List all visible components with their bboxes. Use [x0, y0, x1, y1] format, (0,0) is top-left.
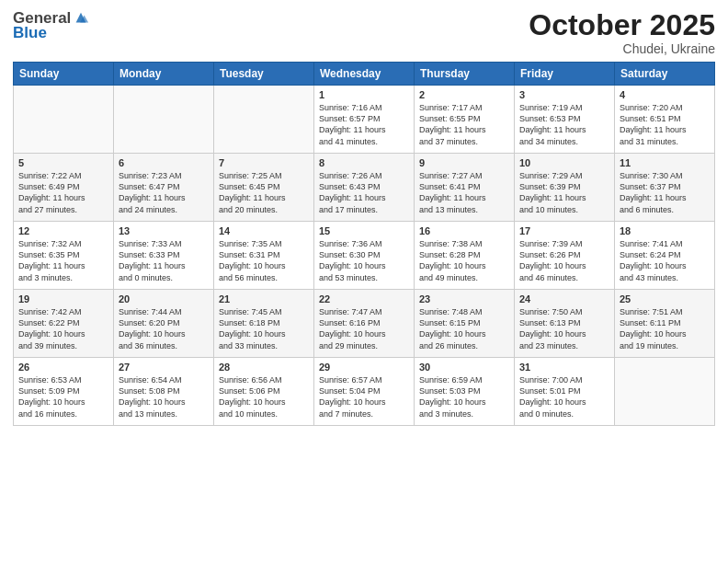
day-number: 18	[620, 225, 710, 236]
day-number: 22	[319, 293, 409, 304]
day-number: 31	[519, 362, 609, 373]
day-info: Sunrise: 7:16 AM Sunset: 6:57 PM Dayligh…	[319, 102, 409, 147]
table-cell: 14Sunrise: 7:35 AM Sunset: 6:31 PM Dayli…	[214, 222, 314, 290]
subtitle: Chudei, Ukraine	[529, 41, 715, 56]
day-number: 12	[18, 225, 108, 236]
day-info: Sunrise: 7:25 AM Sunset: 6:45 PM Dayligh…	[219, 170, 309, 215]
col-friday: Friday	[515, 63, 615, 86]
table-cell: 7Sunrise: 7:25 AM Sunset: 6:45 PM Daylig…	[214, 154, 314, 222]
day-info: Sunrise: 7:17 AM Sunset: 6:55 PM Dayligh…	[419, 102, 509, 147]
week-row-5: 26Sunrise: 6:53 AM Sunset: 5:09 PM Dayli…	[14, 358, 715, 426]
day-info: Sunrise: 7:50 AM Sunset: 6:13 PM Dayligh…	[519, 306, 609, 351]
day-info: Sunrise: 7:36 AM Sunset: 6:30 PM Dayligh…	[319, 238, 409, 283]
table-cell: 8Sunrise: 7:26 AM Sunset: 6:43 PM Daylig…	[314, 154, 415, 222]
table-cell: 18Sunrise: 7:41 AM Sunset: 6:24 PM Dayli…	[615, 222, 715, 290]
table-cell: 2Sunrise: 7:17 AM Sunset: 6:55 PM Daylig…	[415, 86, 515, 154]
table-cell: 20Sunrise: 7:44 AM Sunset: 6:20 PM Dayli…	[114, 290, 214, 358]
table-cell: 6Sunrise: 7:23 AM Sunset: 6:47 PM Daylig…	[114, 154, 214, 222]
logo: General Blue	[13, 9, 89, 42]
day-info: Sunrise: 7:48 AM Sunset: 6:15 PM Dayligh…	[419, 306, 509, 351]
table-cell: 26Sunrise: 6:53 AM Sunset: 5:09 PM Dayli…	[14, 358, 114, 426]
day-number: 19	[18, 293, 108, 304]
day-info: Sunrise: 7:42 AM Sunset: 6:22 PM Dayligh…	[18, 306, 108, 351]
table-cell: 5Sunrise: 7:22 AM Sunset: 6:49 PM Daylig…	[14, 154, 114, 222]
table-cell: 3Sunrise: 7:19 AM Sunset: 6:53 PM Daylig…	[515, 86, 615, 154]
week-row-3: 12Sunrise: 7:32 AM Sunset: 6:35 PM Dayli…	[14, 222, 715, 290]
col-saturday: Saturday	[615, 63, 715, 86]
title-area: October 2025 Chudei, Ukraine	[529, 9, 715, 56]
table-cell: 16Sunrise: 7:38 AM Sunset: 6:28 PM Dayli…	[415, 222, 515, 290]
table-cell: 30Sunrise: 6:59 AM Sunset: 5:03 PM Dayli…	[415, 358, 515, 426]
table-cell: 27Sunrise: 6:54 AM Sunset: 5:08 PM Dayli…	[114, 358, 214, 426]
day-info: Sunrise: 6:59 AM Sunset: 5:03 PM Dayligh…	[419, 374, 509, 419]
table-cell	[214, 86, 314, 154]
day-info: Sunrise: 7:19 AM Sunset: 6:53 PM Dayligh…	[519, 102, 609, 147]
col-monday: Monday	[114, 63, 214, 86]
day-number: 23	[419, 293, 509, 304]
table-cell: 17Sunrise: 7:39 AM Sunset: 6:26 PM Dayli…	[515, 222, 615, 290]
day-number: 1	[319, 89, 409, 100]
week-row-1: 1Sunrise: 7:16 AM Sunset: 6:57 PM Daylig…	[14, 86, 715, 154]
table-cell	[615, 358, 715, 426]
calendar: Sunday Monday Tuesday Wednesday Thursday…	[13, 62, 715, 426]
day-info: Sunrise: 7:00 AM Sunset: 5:01 PM Dayligh…	[519, 374, 609, 419]
day-number: 6	[119, 157, 209, 168]
table-cell: 9Sunrise: 7:27 AM Sunset: 6:41 PM Daylig…	[415, 154, 515, 222]
table-cell: 23Sunrise: 7:48 AM Sunset: 6:15 PM Dayli…	[415, 290, 515, 358]
day-info: Sunrise: 7:45 AM Sunset: 6:18 PM Dayligh…	[219, 306, 309, 351]
day-number: 16	[419, 225, 509, 236]
day-number: 13	[119, 225, 209, 236]
day-number: 25	[620, 293, 710, 304]
week-row-2: 5Sunrise: 7:22 AM Sunset: 6:49 PM Daylig…	[14, 154, 715, 222]
table-cell: 11Sunrise: 7:30 AM Sunset: 6:37 PM Dayli…	[615, 154, 715, 222]
day-number: 11	[620, 157, 710, 168]
day-number: 7	[219, 157, 309, 168]
col-sunday: Sunday	[14, 63, 114, 86]
table-cell: 25Sunrise: 7:51 AM Sunset: 6:11 PM Dayli…	[615, 290, 715, 358]
table-cell: 10Sunrise: 7:29 AM Sunset: 6:39 PM Dayli…	[515, 154, 615, 222]
col-thursday: Thursday	[415, 63, 515, 86]
day-number: 26	[18, 362, 108, 373]
logo-blue: Blue	[13, 24, 47, 42]
col-wednesday: Wednesday	[314, 63, 415, 86]
day-info: Sunrise: 7:22 AM Sunset: 6:49 PM Dayligh…	[18, 170, 108, 215]
day-number: 10	[519, 157, 609, 168]
day-info: Sunrise: 7:32 AM Sunset: 6:35 PM Dayligh…	[18, 238, 108, 283]
week-row-4: 19Sunrise: 7:42 AM Sunset: 6:22 PM Dayli…	[14, 290, 715, 358]
day-info: Sunrise: 7:38 AM Sunset: 6:28 PM Dayligh…	[419, 238, 509, 283]
day-number: 2	[419, 89, 509, 100]
day-info: Sunrise: 6:56 AM Sunset: 5:06 PM Dayligh…	[219, 374, 309, 419]
day-info: Sunrise: 7:33 AM Sunset: 6:33 PM Dayligh…	[119, 238, 209, 283]
calendar-header-row: Sunday Monday Tuesday Wednesday Thursday…	[14, 63, 715, 86]
day-info: Sunrise: 6:53 AM Sunset: 5:09 PM Dayligh…	[18, 374, 108, 419]
day-number: 4	[620, 89, 710, 100]
table-cell: 22Sunrise: 7:47 AM Sunset: 6:16 PM Dayli…	[314, 290, 415, 358]
day-number: 29	[319, 362, 409, 373]
day-info: Sunrise: 7:51 AM Sunset: 6:11 PM Dayligh…	[620, 306, 710, 351]
table-cell: 31Sunrise: 7:00 AM Sunset: 5:01 PM Dayli…	[515, 358, 615, 426]
day-number: 14	[219, 225, 309, 236]
day-number: 5	[18, 157, 108, 168]
table-cell	[14, 86, 114, 154]
table-cell: 4Sunrise: 7:20 AM Sunset: 6:51 PM Daylig…	[615, 86, 715, 154]
col-tuesday: Tuesday	[214, 63, 314, 86]
day-number: 28	[219, 362, 309, 373]
day-info: Sunrise: 7:20 AM Sunset: 6:51 PM Dayligh…	[620, 102, 710, 147]
table-cell: 12Sunrise: 7:32 AM Sunset: 6:35 PM Dayli…	[14, 222, 114, 290]
table-cell: 21Sunrise: 7:45 AM Sunset: 6:18 PM Dayli…	[214, 290, 314, 358]
day-number: 27	[119, 362, 209, 373]
day-number: 8	[319, 157, 409, 168]
day-number: 21	[219, 293, 309, 304]
day-info: Sunrise: 7:39 AM Sunset: 6:26 PM Dayligh…	[519, 238, 609, 283]
day-info: Sunrise: 7:29 AM Sunset: 6:39 PM Dayligh…	[519, 170, 609, 215]
table-cell: 1Sunrise: 7:16 AM Sunset: 6:57 PM Daylig…	[314, 86, 415, 154]
day-info: Sunrise: 6:57 AM Sunset: 5:04 PM Dayligh…	[319, 374, 409, 419]
month-title: October 2025	[529, 9, 715, 41]
day-info: Sunrise: 7:35 AM Sunset: 6:31 PM Dayligh…	[219, 238, 309, 283]
table-cell: 24Sunrise: 7:50 AM Sunset: 6:13 PM Dayli…	[515, 290, 615, 358]
table-cell: 13Sunrise: 7:33 AM Sunset: 6:33 PM Dayli…	[114, 222, 214, 290]
day-number: 15	[319, 225, 409, 236]
table-cell: 29Sunrise: 6:57 AM Sunset: 5:04 PM Dayli…	[314, 358, 415, 426]
logo-icon	[73, 10, 89, 27]
day-info: Sunrise: 6:54 AM Sunset: 5:08 PM Dayligh…	[119, 374, 209, 419]
